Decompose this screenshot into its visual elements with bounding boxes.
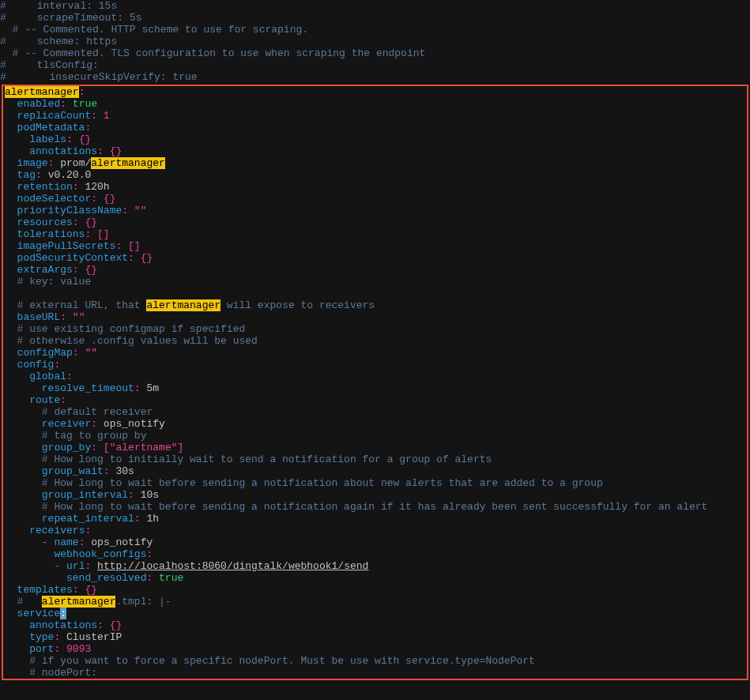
comment-line: # external URL, that alertmanager will e… — [17, 299, 375, 311]
value: 5m — [146, 382, 159, 394]
search-highlight: alertmanager — [91, 157, 165, 169]
value: 30s — [115, 465, 134, 477]
webhook-url[interactable]: http://localhost:8060/dingtalk/webhook1/… — [97, 560, 368, 572]
comment-line: # -- Commented. TLS configuration to use… — [0, 47, 425, 59]
value: "alertname" — [110, 442, 178, 453]
value: true — [159, 572, 183, 584]
comment-line: # default receiver — [42, 406, 153, 418]
comment-line: # use existing configmap if specified — [17, 323, 246, 335]
value: {} — [104, 193, 116, 205]
comment-line: # -- Commented. HTTP scheme to use for s… — [0, 24, 308, 36]
value: ops_notify — [104, 418, 165, 430]
comment-line: # scheme: https — [0, 36, 117, 47]
comment-line: # How long to initially wait to send a n… — [42, 453, 492, 465]
comment-line: # insecureSkipVerify: true — [0, 71, 198, 83]
value: 10s — [141, 489, 159, 501]
comment-line: # otherwise .config values will be used — [17, 335, 258, 347]
comment-line: # How long to wait before sending a noti… — [42, 477, 603, 489]
value: [] — [128, 240, 141, 252]
comment-line: # nodePort: — [29, 667, 97, 679]
value: {} — [141, 252, 153, 264]
value: 1 — [104, 110, 110, 122]
text-cursor: : — [60, 608, 66, 619]
comment-line: # scrapeTimeout: 5s — [0, 12, 141, 24]
value: {} — [110, 619, 122, 631]
value: "" — [85, 347, 97, 359]
comment-line: # if you want to force a specific nodePo… — [29, 655, 535, 667]
value: {} — [110, 145, 122, 157]
value: 120h — [85, 181, 109, 193]
comment-line: # tlsConfig: — [0, 59, 99, 71]
value: 9093 — [66, 643, 91, 655]
value: {} — [85, 584, 97, 596]
search-highlight: alertmanager — [42, 596, 116, 608]
search-highlight: alertmanager — [5, 86, 79, 98]
value: true — [73, 98, 97, 110]
value: ops_notify — [91, 536, 153, 548]
search-highlight: alertmanager — [146, 299, 220, 311]
code-editor[interactable]: # interval: 15s # scrapeTimeout: 5s # --… — [0, 0, 750, 700]
value: 1h — [146, 513, 159, 525]
value: "" — [134, 205, 147, 216]
value: {} — [79, 134, 92, 145]
comment-line: # tag to group by — [42, 430, 147, 442]
value: "" — [73, 311, 85, 323]
comment-line: # interval: 15s — [0, 0, 117, 12]
comment-line: # alertmanager.tmpl: |- — [17, 596, 171, 608]
highlighted-yaml-block: alertmanager: enabled: true replicaCount… — [2, 85, 748, 680]
value: ClusterIP — [66, 631, 122, 643]
comment-line: # How long to wait before sending a noti… — [42, 501, 708, 513]
value: {} — [85, 264, 97, 276]
value: {} — [85, 216, 97, 228]
yaml-block: alertmanager: enabled: true replicaCount… — [5, 86, 745, 679]
top-comment-block: # interval: 15s # scrapeTimeout: 5s # --… — [0, 0, 750, 83]
value: prom/ — [60, 157, 91, 169]
value: v0.20.0 — [48, 169, 92, 181]
comment-line: # key: value — [17, 276, 92, 288]
value: [] — [97, 228, 110, 240]
